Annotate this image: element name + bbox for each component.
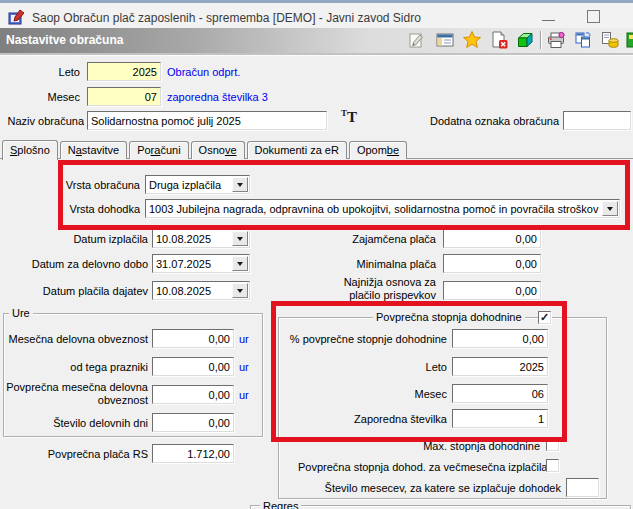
povprecna-obveznost-label: Povprečna mesečna delovna obveznost bbox=[5, 381, 148, 407]
toolbar-separator bbox=[540, 31, 542, 49]
delovni-dnevi-field[interactable]: 0,00 bbox=[152, 413, 234, 432]
leto-label: Leto bbox=[20, 66, 80, 79]
tab-nastavitve[interactable]: Nastavitve bbox=[60, 141, 127, 159]
datum-izplacila-field[interactable]: 10.08.2025 bbox=[152, 229, 250, 248]
tab-splosno[interactable]: Splošno bbox=[2, 140, 58, 160]
tab-opombe[interactable]: Opombe bbox=[349, 141, 407, 159]
annotation-box-vrsta bbox=[58, 160, 630, 230]
mesec-field[interactable]: 07 bbox=[87, 87, 161, 106]
vecmesecna-label: Povprečna stopnja dohod. za večmesečna i… bbox=[298, 461, 540, 474]
naziv-obracuna-field[interactable]: Solidarnostna pomoč julij 2025 bbox=[87, 111, 327, 130]
datum-dajatev-label: Datum plačila dajatev bbox=[28, 285, 148, 298]
window-title: Saop Obračun plač zaposlenih - sprememba… bbox=[32, 11, 421, 25]
annotation-box-dohodnina bbox=[271, 301, 567, 442]
naziv-obracuna-label: Naziv obračuna bbox=[2, 115, 84, 128]
datum-dajatev-field[interactable]: 10.08.2025 bbox=[152, 281, 250, 300]
tab-poracuni[interactable]: Poračuni bbox=[129, 141, 188, 159]
minimalna-placa-field[interactable]: 0,00 bbox=[443, 254, 541, 273]
copy-icon[interactable] bbox=[573, 30, 593, 50]
dodatna-oznaka-field[interactable] bbox=[563, 111, 631, 130]
header-separator bbox=[0, 53, 633, 56]
datum-delovna-doba-label: Datum za delovno dobo bbox=[28, 258, 148, 271]
datum-izplacila-label: Datum izplačila bbox=[28, 233, 148, 246]
application-window: Saop Obračun plač zaposlenih - sprememba… bbox=[0, 0, 633, 509]
regres-group-title: Regres bbox=[260, 500, 301, 509]
stevilo-mesecev-label: Število mesecev, za katere se izplačuje … bbox=[290, 482, 561, 495]
unit-ur-text: ur bbox=[239, 361, 249, 374]
povprecna-placa-rs-field[interactable]: 1.712,00 bbox=[152, 444, 234, 463]
najnizja-osnova-label: Najnižja osnova za plačilo prispevkov bbox=[316, 276, 436, 302]
section-header: Nastavitve obračuna bbox=[0, 28, 633, 53]
favorites-star-icon[interactable] bbox=[462, 30, 482, 50]
leto-status-text: Obračun odprt. bbox=[167, 66, 240, 79]
mesec-label: Mesec bbox=[20, 91, 80, 104]
najnizja-osnova-field[interactable]: 0,00 bbox=[443, 281, 541, 300]
maximize-button[interactable] bbox=[580, 7, 608, 27]
form-icon[interactable] bbox=[435, 30, 455, 50]
vecmesecna-checkbox[interactable] bbox=[546, 459, 559, 472]
prazniki-field[interactable]: 0,00 bbox=[152, 357, 234, 376]
mesecna-obveznost-label: Mesečna delovna obveznost bbox=[5, 333, 148, 346]
ure-group-title: Ure bbox=[9, 307, 33, 320]
dropdown-arrow-icon[interactable] bbox=[232, 231, 248, 246]
stevilo-mesecev-field[interactable] bbox=[566, 478, 599, 497]
unit-ur-text: ur bbox=[239, 389, 249, 402]
tab-strip: Splošno Nastavitve Poračuni Osnove Dokum… bbox=[2, 140, 409, 160]
printer-icon[interactable] bbox=[546, 30, 566, 50]
dropdown-arrow-icon[interactable] bbox=[232, 256, 248, 271]
delovni-dnevi-label: Število delovnih dni bbox=[5, 417, 148, 430]
povprecna-placa-rs-label: Povprečna plača RS bbox=[5, 448, 148, 461]
tab-osnove[interactable]: Osnove bbox=[191, 141, 245, 159]
delete-document-icon[interactable] bbox=[489, 30, 509, 50]
unit-ur-text: ur bbox=[239, 333, 249, 346]
zajamcena-placa-label: Zajamčena plača bbox=[316, 233, 436, 246]
font-icon[interactable]: TT bbox=[341, 108, 357, 126]
datum-delovna-doba-field[interactable]: 31.07.2025 bbox=[152, 254, 250, 273]
section-title: Nastavitve obračuna bbox=[6, 28, 123, 53]
tab-dokumenti-za-er[interactable]: Dokumenti za eR bbox=[247, 141, 347, 159]
mesec-status-text: zaporedna številka 3 bbox=[167, 91, 268, 104]
title-bar: Saop Obračun plač zaposlenih - sprememba… bbox=[0, 0, 633, 28]
dropdown-arrow-icon[interactable] bbox=[232, 283, 248, 298]
edit-icon[interactable] bbox=[407, 30, 427, 50]
regres-groupbox bbox=[250, 505, 631, 509]
cube-icon[interactable] bbox=[515, 30, 535, 50]
zajamcena-placa-field[interactable]: 0,00 bbox=[443, 229, 541, 248]
export-database-icon[interactable] bbox=[600, 30, 620, 50]
clipped-icon[interactable] bbox=[626, 30, 633, 50]
dodatna-oznaka-label: Dodatna oznaka obračuna bbox=[430, 115, 558, 128]
minimize-button[interactable] bbox=[534, 7, 562, 27]
minimalna-placa-label: Minimalna plača bbox=[316, 258, 436, 271]
leto-field[interactable]: 2025 bbox=[87, 62, 161, 81]
prazniki-label: od tega prazniki bbox=[5, 361, 148, 374]
mesecna-obveznost-field[interactable]: 0,00 bbox=[152, 329, 234, 348]
povprecna-obveznost-field[interactable]: 0,00 bbox=[152, 385, 234, 404]
app-icon bbox=[8, 9, 25, 26]
